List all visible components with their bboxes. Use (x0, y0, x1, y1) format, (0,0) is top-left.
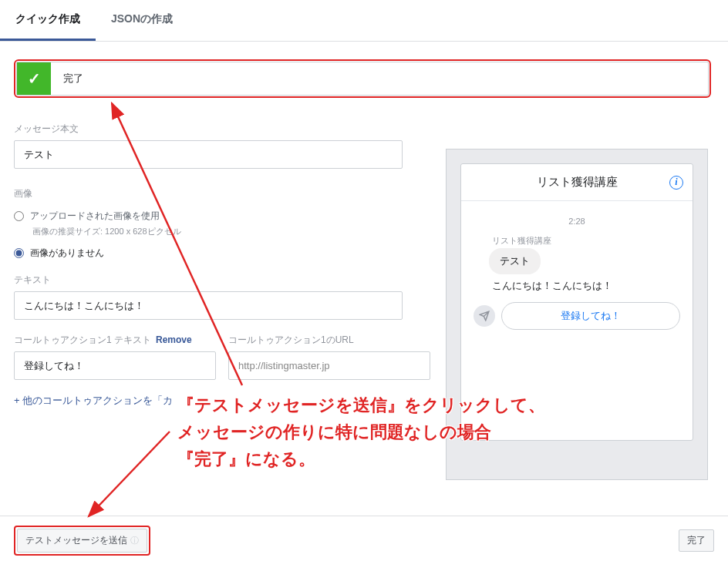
add-cta-link[interactable]: + 他のコールトゥアクションを「カ (14, 394, 430, 408)
test-message-button[interactable]: テストメッセージを送信 ⓘ (17, 529, 147, 553)
preview-cta-button[interactable]: 登録してね！ (501, 302, 680, 330)
footer-bar: テストメッセージを送信 ⓘ 完了 (0, 516, 728, 561)
nav-arrow-icon (474, 305, 495, 327)
preview-text-line: こんにちは！こんにちは！ (492, 279, 680, 293)
radio-no-image-label: 画像がありません (30, 247, 104, 260)
preview-sender: リスト獲得講座 (492, 235, 680, 247)
help-icon: ⓘ (130, 535, 139, 546)
text-label: テキスト (14, 274, 430, 287)
message-body-label: メッセージ本文 (14, 123, 430, 136)
preview-title: リスト獲得講座 (537, 175, 618, 190)
text-input[interactable] (14, 291, 403, 320)
preview-phone: リスト獲得講座 i 2:28 リスト獲得講座 テスト こんにちは！こんにちは！ … (460, 163, 693, 441)
cta1-url-label: コールトゥアクション1のURL (228, 334, 354, 347)
annotation-box-status: ✓ 完了 (14, 59, 711, 98)
image-size-hint: 画像の推奨サイズ: 1200 x 628ピクセル (32, 226, 430, 237)
status-banner: ✓ 完了 (16, 62, 709, 96)
radio-uploaded-label: アップロードされた画像を使用 (30, 210, 160, 223)
image-section-label: 画像 (14, 187, 430, 200)
tab-json-create[interactable]: JSONの作成 (96, 0, 188, 41)
radio-uploaded-image[interactable]: アップロードされた画像を使用 (14, 210, 430, 223)
done-button[interactable]: 完了 (679, 529, 714, 552)
radio-no-image-input[interactable] (14, 248, 24, 258)
cta1-remove-link[interactable]: Remove (156, 334, 192, 345)
cta1-url-input[interactable] (228, 351, 430, 380)
tabs-bar: クイック作成 JSONの作成 (0, 0, 728, 42)
info-icon[interactable]: i (669, 176, 683, 190)
annotation-box-test: テストメッセージを送信 ⓘ (14, 526, 150, 556)
tab-quick-create[interactable]: クイック作成 (0, 0, 96, 41)
cta1-text-input[interactable] (14, 351, 216, 380)
radio-uploaded-image-input[interactable] (14, 211, 24, 221)
message-body-input[interactable] (14, 140, 403, 169)
preview-bubble: テスト (489, 248, 541, 274)
preview-panel: リスト獲得講座 i 2:28 リスト獲得講座 テスト こんにちは！こんにちは！ … (446, 149, 708, 480)
preview-header: リスト獲得講座 i (461, 164, 693, 201)
cta1-text-label: コールトゥアクション1 テキスト (14, 334, 151, 347)
status-text: 完了 (51, 72, 83, 86)
preview-time: 2:28 (474, 217, 680, 226)
radio-no-image[interactable]: 画像がありません (14, 247, 430, 260)
check-icon: ✓ (17, 62, 51, 95)
